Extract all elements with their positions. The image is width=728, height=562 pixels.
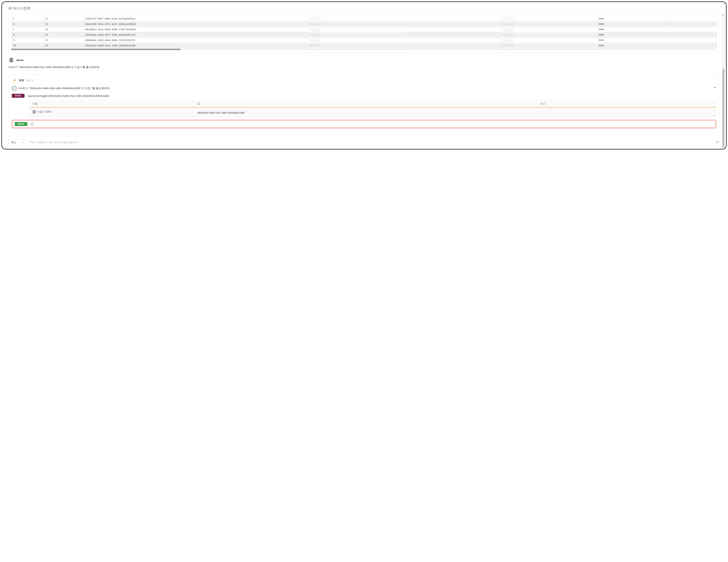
check-circle-icon: ✓ xyxy=(12,86,16,91)
table-row[interactable]: 72358c840e4-4ec8-482b-85d9-130277b595b4x… xyxy=(11,27,717,32)
user-message-block: demo GUID가 "36d2ed44-0ad8-43a1-af84-394e… xyxy=(8,56,720,72)
input-footer: 액션 ▽ 무엇이 궁금하신가요? 로로가 답해드립니다. xyxy=(3,136,725,148)
bot-timestamp: 방금 전 xyxy=(26,79,33,82)
response-badge: RESP xyxy=(15,122,27,126)
response-body: {} xyxy=(31,122,34,126)
task-text: GUID가 "36d2ed44-0ad8-43a1-af84-394edb6a1… xyxy=(19,87,110,90)
table-row[interactable]: 61966e81860-594a-4f9c-b457-b8902ac69bbdx… xyxy=(11,21,717,27)
col-value: 값 xyxy=(195,100,538,107)
send-icon[interactable] xyxy=(716,140,720,145)
results-table-card: 517228dfc07-90af-40d4-b104-daf3e930fee1x… xyxy=(8,13,720,53)
horizontal-scrollbar[interactable] xyxy=(11,49,717,50)
response-block: RESP {} xyxy=(12,120,716,128)
bot-response-block: 로로 방금 전 ✓ GUID가 "36d2ed44-0ad8-43a1-af84… xyxy=(8,75,720,131)
chevron-up-icon[interactable]: ⌃ xyxy=(714,86,716,90)
table-row[interactable]: 517228dfc07-90af-40d4-b104-daf3e930fee1x… xyxy=(11,16,717,21)
table-row[interactable]: 103336d2ed44-0ad8-43a1-af84-394edb6a18db… xyxy=(11,43,717,48)
results-table: 517228dfc07-90af-40d4-b104-daf3e930fee1x… xyxy=(11,16,717,48)
action-select-label: 액션 xyxy=(11,141,16,144)
table-row[interactable]: 927d06844a6-2685-4b0d-980a-f55017620f57x… xyxy=(11,38,717,43)
user-avatar-icon xyxy=(8,57,14,63)
user-message-text: GUID가 "36d2ed44-0ad8-43a1-af84-394edb6a1… xyxy=(8,65,720,69)
message-input[interactable]: 무엇이 궁금하신가요? 로로가 답해드립니다. xyxy=(28,139,714,145)
param-row-value: 36d2ed44-0ad8-43a1-af84-394edb6a18db · xyxy=(195,107,538,116)
chevron-down-icon: ▽ xyxy=(23,141,24,143)
api-path: /api/sonar/loggers/36d2ed44-0ad8-43a1-af… xyxy=(28,94,109,97)
table-row[interactable]: 825025e59ae-5a60-49ff-976d-daa5b309c187x… xyxy=(11,32,717,38)
col-name: 이름 xyxy=(30,100,195,107)
bot-name: 로로 xyxy=(19,79,24,82)
scrollbar-thumb[interactable] xyxy=(722,69,724,147)
bot-avatar-icon xyxy=(12,78,17,83)
params-table: 이름 값 비고 A수집기 GUID 36d2ed44-0ad8-43a1-af8… xyxy=(30,100,716,117)
task-header[interactable]: ✓ GUID가 "36d2ed44-0ad8-43a1-af84-394edb6… xyxy=(12,86,716,91)
user-name: demo xyxy=(16,58,23,62)
param-row-note xyxy=(538,107,716,116)
param-row-name: A수집기 GUID xyxy=(30,107,195,116)
scroll-up-icon[interactable] xyxy=(722,14,724,15)
action-select[interactable]: 액션 ▽ xyxy=(8,139,26,146)
request-block: POST /api/sonar/loggers/36d2ed44-0ad8-43… xyxy=(12,94,716,117)
col-note: 비고 xyxy=(538,100,716,107)
method-badge: POST xyxy=(12,94,25,98)
page-title: AI 어시스턴트 xyxy=(3,3,725,13)
